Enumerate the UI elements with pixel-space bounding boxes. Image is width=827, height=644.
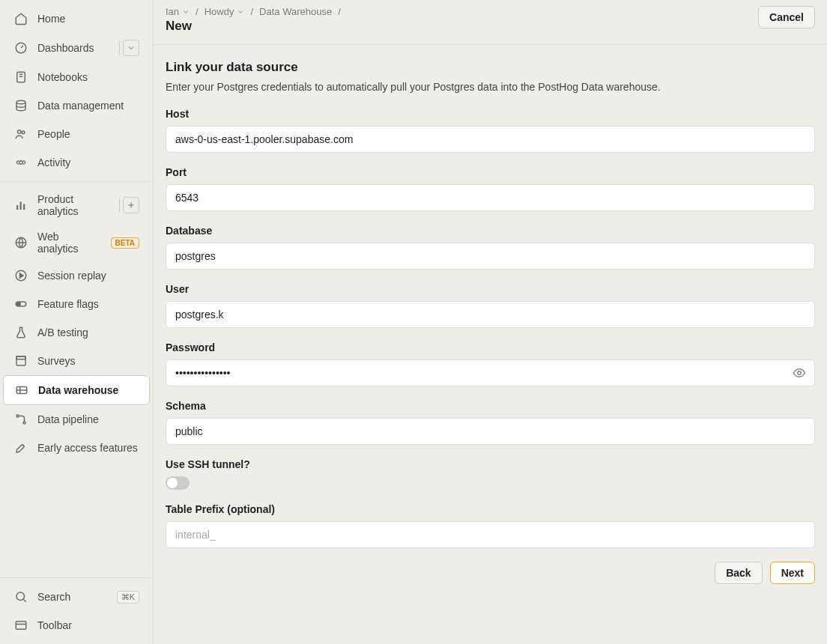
field-prefix: Table Prefix (optional) [166, 503, 815, 548]
user-input[interactable] [166, 301, 815, 328]
sidebar-item-product-analytics[interactable]: Product analytics [3, 186, 150, 224]
field-label: Database [166, 225, 815, 237]
plus-icon[interactable] [123, 197, 139, 213]
sidebar-item-people[interactable]: People [3, 120, 150, 148]
chevron-down-icon [237, 8, 244, 16]
divider [119, 198, 120, 212]
breadcrumb: Ian / Howdy / Data Warehouse / [166, 6, 341, 17]
svg-point-24 [16, 592, 25, 601]
sidebar-label: Notebooks [37, 71, 139, 83]
eye-icon[interactable] [793, 366, 806, 380]
breadcrumb-sep: / [250, 6, 253, 17]
breadcrumb-sep: / [196, 6, 199, 17]
svg-point-4 [16, 100, 25, 104]
field-database: Database [166, 225, 815, 270]
keyboard-shortcut: ⌘K [117, 591, 139, 604]
svg-rect-10 [23, 204, 25, 210]
next-button[interactable]: Next [770, 562, 815, 584]
breadcrumb-item[interactable]: Data Warehouse [259, 6, 332, 17]
sidebar-item-activity[interactable]: Activity [3, 148, 150, 177]
field-host: Host [166, 108, 815, 153]
sidebar-label: Early access features [37, 442, 139, 454]
breadcrumb-sep: / [338, 6, 341, 17]
notebook-icon [13, 70, 28, 85]
sidebar-label: People [37, 128, 139, 140]
sidebar-label: Home [37, 13, 139, 25]
field-label: Use SSH tunnel? [166, 458, 815, 470]
analytics-icon [13, 198, 28, 213]
sidebar-item-session-replay[interactable]: Session replay [3, 261, 150, 290]
sidebar-item-data-warehouse[interactable]: Data warehouse [3, 375, 150, 405]
sidebar-item-early-access[interactable]: Early access features [3, 434, 150, 462]
rocket-icon [13, 440, 28, 455]
flag-icon [13, 297, 28, 312]
host-input[interactable] [166, 126, 815, 153]
sidebar-item-surveys[interactable]: Surveys [3, 347, 150, 375]
svg-point-5 [18, 130, 22, 134]
sidebar-section-bottom: Search ⌘K Toolbar [0, 577, 153, 644]
sidebar-item-web-analytics[interactable]: Web analytics BETA [3, 224, 150, 261]
svg-point-7 [19, 161, 23, 165]
header: Ian / Howdy / Data Warehouse / New Cance… [154, 0, 827, 45]
sidebar-item-feature-flags[interactable]: Feature flags [3, 290, 150, 318]
sidebar-label: Web analytics [37, 231, 102, 255]
svg-point-22 [16, 415, 19, 417]
page-title: New [166, 19, 341, 34]
field-ssh: Use SSH tunnel? [166, 458, 815, 490]
sidebar-item-home[interactable]: Home [3, 4, 150, 33]
web-icon [13, 235, 28, 250]
sidebar-label: Data pipeline [37, 413, 139, 425]
sidebar-item-search[interactable]: Search ⌘K [3, 583, 150, 611]
sidebar-label: Data management [37, 100, 139, 112]
sidebar-label: Search [37, 591, 108, 603]
sidebar-section-middle: Product analytics Web analytics BETA Ses… [0, 181, 153, 467]
field-label: Port [166, 166, 815, 178]
svg-rect-9 [20, 202, 22, 210]
schema-input[interactable] [166, 418, 815, 445]
sidebar-item-notebooks[interactable]: Notebooks [3, 63, 150, 91]
chevron-down-icon[interactable] [123, 40, 139, 56]
activity-icon [13, 155, 28, 170]
field-user: User [166, 283, 815, 328]
sidebar-label: Data warehouse [38, 384, 139, 396]
survey-icon [13, 353, 28, 368]
field-label: Schema [166, 400, 815, 412]
section-description: Enter your Postgres credentials to autom… [166, 81, 815, 93]
field-password: Password [166, 341, 815, 386]
sidebar-item-dashboards[interactable]: Dashboards [3, 33, 150, 63]
sidebar-label: Feature flags [37, 298, 139, 310]
breadcrumb-item[interactable]: Howdy [205, 6, 245, 17]
svg-rect-17 [16, 356, 25, 365]
svg-point-23 [23, 422, 25, 424]
sidebar-label: A/B testing [37, 326, 139, 338]
password-input[interactable] [166, 359, 815, 386]
breadcrumb-item[interactable]: Ian [166, 6, 190, 17]
replay-icon [13, 268, 28, 283]
flask-icon [13, 325, 28, 340]
svg-line-25 [23, 599, 26, 602]
footer-actions: Back Next [166, 562, 815, 584]
sidebar-item-data-pipeline[interactable]: Data pipeline [3, 405, 150, 434]
cancel-button[interactable]: Cancel [758, 6, 815, 28]
port-input[interactable] [166, 184, 815, 211]
main: Ian / Howdy / Data Warehouse / New Cance… [154, 0, 827, 644]
database-input[interactable] [166, 243, 815, 270]
prefix-input[interactable] [166, 521, 815, 548]
field-label: Host [166, 108, 815, 120]
search-icon [13, 589, 28, 604]
section-title: Link your data source [166, 60, 815, 75]
sidebar-item-data-management[interactable]: Data management [3, 91, 150, 120]
beta-badge: BETA [111, 237, 139, 249]
back-button[interactable]: Back [715, 562, 762, 584]
sidebar-section-top: Home Dashboards Notebooks Data managemen… [0, 0, 153, 181]
svg-point-28 [798, 371, 802, 375]
sidebar-label: Product analytics [37, 193, 110, 217]
warehouse-icon [14, 383, 29, 398]
home-icon [13, 11, 28, 26]
svg-rect-8 [16, 205, 18, 210]
ssh-toggle[interactable] [166, 476, 190, 490]
field-label: Table Prefix (optional) [166, 503, 815, 515]
sidebar-item-toolbar[interactable]: Toolbar [3, 611, 150, 640]
field-label: Password [166, 341, 815, 353]
sidebar-item-ab-testing[interactable]: A/B testing [3, 318, 150, 347]
